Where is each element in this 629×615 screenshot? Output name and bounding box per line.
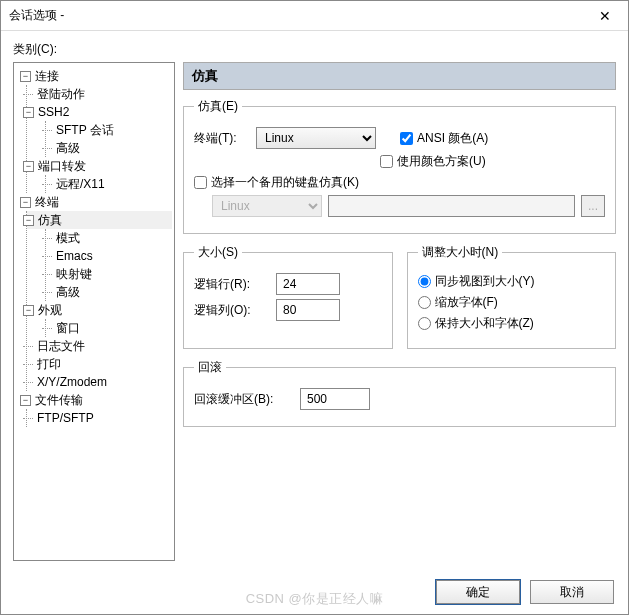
tree-item-mapkeys[interactable]: 映射键 bbox=[56, 266, 92, 282]
terminal-label: 终端(T): bbox=[194, 130, 250, 147]
category-label: 类别(C): bbox=[13, 41, 616, 58]
emulation-group: 仿真(E) 终端(T): Linux ANSI 颜色(A) 使用颜色方案(U) … bbox=[183, 98, 616, 234]
browse-button: ... bbox=[581, 195, 605, 217]
category-tree[interactable]: −连接 登陆动作 −SSH2 SFTP 会话 高级 −端口转发 远程 bbox=[13, 62, 175, 561]
collapse-icon[interactable]: − bbox=[20, 71, 31, 82]
tree-item-sftp[interactable]: SFTP 会话 bbox=[56, 122, 114, 138]
cancel-button[interactable]: 取消 bbox=[530, 580, 614, 604]
resize-zoom-radio[interactable]: 缩放字体(F) bbox=[418, 294, 606, 311]
titlebar: 会话选项 - ✕ bbox=[1, 1, 628, 31]
tree-item-modes[interactable]: 模式 bbox=[56, 230, 80, 246]
panel-title: 仿真 bbox=[183, 62, 616, 90]
collapse-icon[interactable]: − bbox=[23, 215, 34, 226]
ok-button[interactable]: 确定 bbox=[436, 580, 520, 604]
window-title: 会话选项 - bbox=[9, 7, 590, 24]
resize-keep-radio[interactable]: 保持大小和字体(Z) bbox=[418, 315, 606, 332]
buffer-input[interactable] bbox=[300, 388, 370, 410]
terminal-select[interactable]: Linux bbox=[256, 127, 376, 149]
color-scheme-checkbox[interactable]: 使用颜色方案(U) bbox=[380, 153, 486, 170]
collapse-icon[interactable]: − bbox=[20, 197, 31, 208]
tree-item-appearance[interactable]: 外观 bbox=[38, 302, 62, 318]
buffer-label: 回滚缓冲区(B): bbox=[194, 391, 294, 408]
tree-item-connection[interactable]: 连接 bbox=[35, 68, 59, 84]
tree-item-xyz[interactable]: X/Y/Zmodem bbox=[37, 374, 107, 390]
resize-group: 调整大小时(N) 同步视图到大小(Y) 缩放字体(F) 保持大小和字体(Z) bbox=[407, 244, 617, 349]
tree-item-log[interactable]: 日志文件 bbox=[37, 338, 85, 354]
collapse-icon[interactable]: − bbox=[23, 107, 34, 118]
rows-label: 逻辑行(R): bbox=[194, 276, 270, 293]
cols-input[interactable] bbox=[276, 299, 340, 321]
tree-item-portfwd[interactable]: 端口转发 bbox=[38, 158, 86, 174]
dialog-footer: 确定 取消 bbox=[436, 580, 614, 604]
tree-item-login[interactable]: 登陆动作 bbox=[37, 86, 85, 102]
close-icon[interactable]: ✕ bbox=[590, 8, 620, 24]
rows-input[interactable] bbox=[276, 273, 340, 295]
tree-item-adv2[interactable]: 高级 bbox=[56, 284, 80, 300]
tree-item-window[interactable]: 窗口 bbox=[56, 320, 80, 336]
tree-item-filetrans[interactable]: 文件传输 bbox=[35, 392, 83, 408]
collapse-icon[interactable]: − bbox=[20, 395, 31, 406]
ansi-color-checkbox[interactable]: ANSI 颜色(A) bbox=[400, 130, 488, 147]
settings-panel: 仿真 仿真(E) 终端(T): Linux ANSI 颜色(A) 使用颜色方案(… bbox=[183, 62, 616, 561]
alt-keyboard-path bbox=[328, 195, 575, 217]
tree-item-print[interactable]: 打印 bbox=[37, 356, 61, 372]
tree-item-terminal[interactable]: 终端 bbox=[35, 194, 59, 210]
cols-label: 逻辑列(O): bbox=[194, 302, 270, 319]
size-legend: 大小(S) bbox=[194, 244, 242, 261]
tree-item-ftp[interactable]: FTP/SFTP bbox=[37, 410, 94, 426]
collapse-icon[interactable]: − bbox=[23, 305, 34, 316]
tree-item-ssh2[interactable]: SSH2 bbox=[38, 104, 69, 120]
tree-item-emulation[interactable]: 仿真 bbox=[38, 212, 62, 228]
emulation-legend: 仿真(E) bbox=[194, 98, 242, 115]
tree-item-remote[interactable]: 远程/X11 bbox=[56, 176, 105, 192]
alt-keyboard-select: Linux bbox=[212, 195, 322, 217]
resize-sync-radio[interactable]: 同步视图到大小(Y) bbox=[418, 273, 606, 290]
size-group: 大小(S) 逻辑行(R): 逻辑列(O): bbox=[183, 244, 393, 349]
watermark: CSDN @你是正经人嘛 bbox=[246, 590, 384, 608]
scrollback-legend: 回滚 bbox=[194, 359, 226, 376]
tree-item-emacs[interactable]: Emacs bbox=[56, 248, 93, 264]
resize-legend: 调整大小时(N) bbox=[418, 244, 503, 261]
tree-item-advanced[interactable]: 高级 bbox=[56, 140, 80, 156]
scrollback-group: 回滚 回滚缓冲区(B): bbox=[183, 359, 616, 427]
alt-keyboard-checkbox[interactable]: 选择一个备用的键盘仿真(K) bbox=[194, 174, 359, 191]
collapse-icon[interactable]: − bbox=[23, 161, 34, 172]
